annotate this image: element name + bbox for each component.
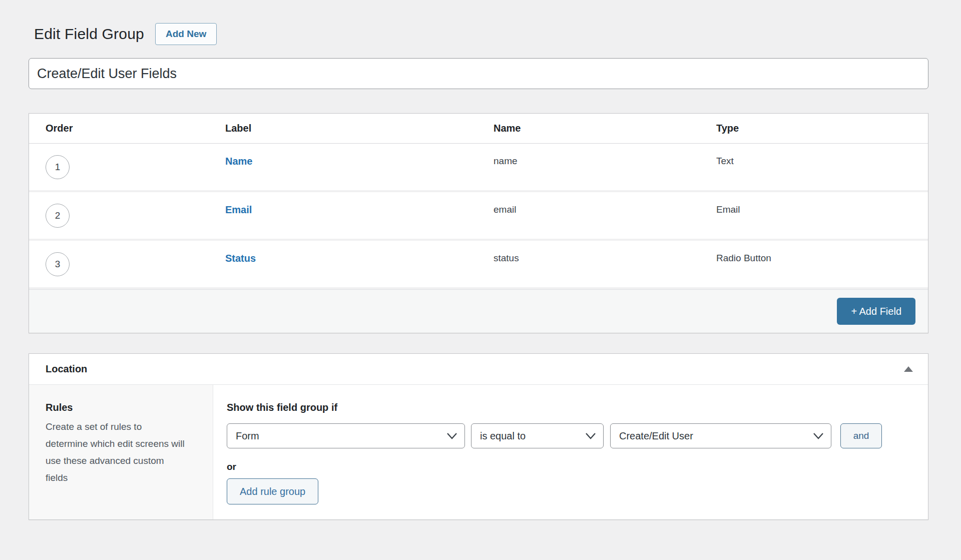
label-cell: Name — [225, 144, 494, 190]
or-label: or — [227, 461, 913, 472]
rules-sidebar: Rules Create a set of rules to determine… — [29, 385, 213, 519]
field-label-link[interactable]: Status — [225, 253, 256, 264]
location-panel: Location Rules Create a set of rules to … — [29, 353, 928, 520]
rules-heading: Rules — [46, 402, 199, 413]
table-row: 1 Name name Text — [29, 144, 928, 192]
type-cell: Text — [716, 144, 928, 190]
location-panel-body: Rules Create a set of rules to determine… — [29, 385, 928, 519]
rule-value-select[interactable]: Create/Edit User — [610, 423, 831, 448]
field-label-link[interactable]: Email — [225, 204, 252, 215]
chevron-down-icon — [446, 432, 457, 439]
rule-operator-value: is equal to — [480, 430, 526, 442]
add-and-rule-button[interactable]: and — [840, 423, 882, 448]
order-cell: 1 — [29, 144, 225, 190]
rule-value-value: Create/Edit User — [619, 430, 693, 442]
column-header-type: Type — [716, 123, 928, 134]
column-header-name: Name — [494, 123, 716, 134]
field-group-title-input[interactable] — [29, 58, 928, 89]
type-cell: Email — [716, 192, 928, 239]
field-label-link[interactable]: Name — [225, 156, 252, 167]
fields-table-footer: + Add Field — [29, 289, 928, 333]
drag-order-handle[interactable]: 3 — [46, 252, 70, 276]
rule-operator-select[interactable]: is equal to — [471, 423, 604, 448]
rule-builder: Show this field group if Form is equal t… — [213, 385, 928, 519]
label-cell: Status — [225, 241, 494, 287]
name-cell: email — [494, 192, 716, 239]
name-cell: name — [494, 144, 716, 190]
order-cell: 2 — [29, 192, 225, 239]
fields-table-panel: Order Label Name Type 1 Name name Text 2… — [29, 113, 928, 333]
rule-param-select[interactable]: Form — [227, 423, 465, 448]
column-header-order: Order — [29, 123, 225, 134]
label-cell: Email — [225, 192, 494, 239]
chevron-down-icon — [585, 432, 596, 439]
add-rule-group-button[interactable]: Add rule group — [227, 478, 318, 504]
rule-param-value: Form — [236, 430, 259, 442]
add-field-button[interactable]: + Add Field — [837, 298, 915, 325]
fields-table-header: Order Label Name Type — [29, 114, 928, 144]
table-row: 3 Status status Radio Button — [29, 241, 928, 289]
location-panel-header[interactable]: Location — [29, 354, 928, 385]
column-header-label: Label — [225, 123, 494, 134]
rule-row: Form is equal to Create/Edit User — [227, 423, 913, 448]
chevron-down-icon — [813, 432, 824, 439]
collapse-arrow-up-icon[interactable] — [904, 366, 913, 372]
add-new-button[interactable]: Add New — [155, 23, 217, 45]
order-cell: 3 — [29, 241, 225, 287]
type-cell: Radio Button — [716, 241, 928, 287]
location-panel-title: Location — [46, 363, 87, 375]
table-row: 2 Email email Email — [29, 192, 928, 241]
rules-description: Create a set of rules to determine which… — [46, 418, 186, 486]
name-cell: status — [494, 241, 716, 287]
drag-order-handle[interactable]: 1 — [46, 155, 70, 179]
drag-order-handle[interactable]: 2 — [46, 204, 70, 228]
page-title-row: Edit Field Group Add New — [29, 23, 928, 45]
page-title: Edit Field Group — [34, 26, 144, 43]
edit-field-group-page: Edit Field Group Add New Order Label Nam… — [0, 0, 961, 553]
rule-builder-heading: Show this field group if — [227, 402, 913, 413]
